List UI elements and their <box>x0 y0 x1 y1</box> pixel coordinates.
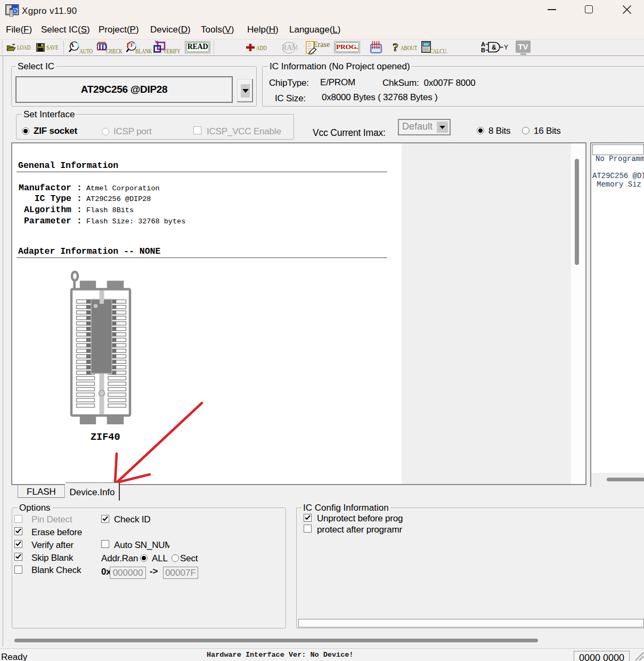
svg-text:B: B <box>481 47 485 53</box>
svg-text:FF: FF <box>127 42 134 48</box>
svg-text:Y: Y <box>504 44 508 51</box>
svg-text:A: A <box>69 41 74 49</box>
svg-text:RAM: RAM <box>282 44 297 52</box>
svg-text:?: ? <box>393 41 398 53</box>
svg-text:&: & <box>492 44 496 51</box>
